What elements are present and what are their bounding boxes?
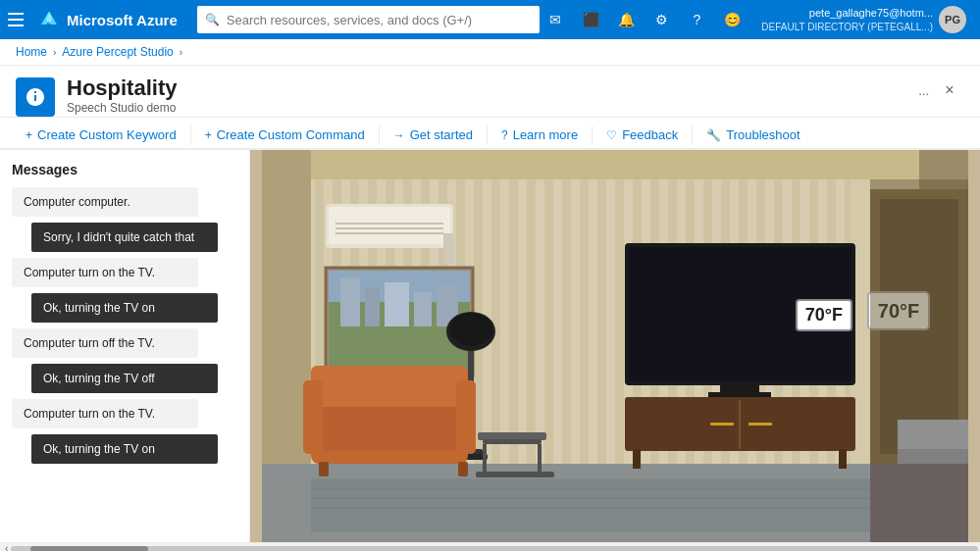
toolbar-sep-2 (379, 125, 380, 145)
toolbar-sep-4 (592, 125, 593, 145)
list-item: Ok, turning the TV on (31, 434, 218, 464)
svg-rect-44 (710, 423, 734, 426)
user-dir: DEFAULT DIRECTORY (PETEGALL...) (761, 21, 933, 33)
room-panel: 70°F (250, 150, 980, 542)
svg-rect-52 (458, 462, 468, 476)
avatar-initials: PG (945, 14, 960, 25)
notifications-icon[interactable]: 🔔 (610, 4, 642, 35)
user-info-text: pete_gallaghe75@hotm... DEFAULT DIRECTOR… (761, 6, 933, 32)
svg-rect-15 (329, 207, 450, 244)
breadcrumb-sep-1: › (53, 47, 56, 58)
breadcrumb-home[interactable]: Home (16, 45, 47, 59)
hospitality-icon (24, 85, 47, 109)
create-command-label: Create Custom Command (217, 127, 365, 142)
azure-logo-icon (39, 10, 59, 29)
list-item: Computer computer. (12, 187, 198, 217)
toolbar-sep-1 (190, 125, 191, 145)
cloud-shell-icon[interactable]: ⬛ (575, 4, 606, 35)
messages-panel: Messages Computer computer. Sorry, I did… (0, 150, 250, 542)
feedback-nav-icon[interactable]: 😊 (716, 4, 748, 35)
svg-rect-50 (456, 380, 476, 454)
svg-rect-4 (262, 150, 968, 179)
list-item: Ok, turning the TV off (31, 364, 218, 393)
scroll-thumb[interactable] (30, 546, 148, 552)
svg-rect-48 (316, 407, 463, 451)
svg-rect-41 (633, 449, 641, 469)
email-icon[interactable]: ✉ (540, 4, 571, 35)
brand-name: Microsoft Azure (67, 12, 178, 28)
search-icon: 🔍 (205, 13, 220, 26)
learn-more-button[interactable]: ? Learn more (491, 122, 588, 150)
create-keyword-label: Create Custom Keyword (37, 127, 177, 142)
svg-rect-54 (483, 439, 542, 444)
avatar: PG (939, 6, 966, 33)
feedback-label: Feedback (622, 127, 678, 142)
toolbar: + Create Custom Keyword + Create Custom … (0, 118, 980, 150)
user-profile[interactable]: pete_gallaghe75@hotm... DEFAULT DIRECTOR… (755, 2, 972, 37)
svg-rect-49 (303, 380, 323, 454)
settings-icon[interactable]: ⚙ (645, 4, 677, 35)
nav-icons: ✉ ⬛ 🔔 ⚙ ? 😊 pete_gallaghe75@hotm... DEFA… (540, 2, 972, 37)
bottom-scrollbar[interactable]: ‹ (0, 542, 980, 551)
svg-rect-42 (839, 449, 847, 469)
toolbar-sep-3 (487, 125, 488, 145)
search-bar: 🔍 (197, 6, 541, 33)
svg-rect-51 (319, 462, 329, 476)
page-title: Hospitality (67, 75, 177, 101)
scroll-left-arrow[interactable]: ‹ (2, 543, 11, 551)
get-started-button[interactable]: → Get started (384, 122, 483, 150)
page-subtitle: Speech Studio demo (67, 101, 177, 115)
svg-rect-8 (311, 478, 870, 532)
heart-icon: ♡ (606, 128, 617, 142)
svg-rect-36 (720, 385, 759, 393)
page-icon (16, 77, 55, 117)
top-nav: Microsoft Azure 🔍 ✉ ⬛ 🔔 ⚙ ? 😊 pete_galla… (0, 0, 980, 39)
brand-logo: Microsoft Azure (39, 10, 178, 29)
page-header-actions: ... × (912, 75, 964, 105)
list-item: Computer turn on the TV. (12, 399, 198, 428)
close-icon: × (945, 81, 954, 99)
svg-rect-24 (365, 287, 380, 326)
arrow-icon: → (393, 128, 405, 142)
plus-icon-keyword: + (26, 128, 32, 142)
list-item: Computer turn on the TV. (12, 258, 198, 287)
temperature-display: 70°F (796, 299, 852, 331)
plus-icon-command: + (205, 128, 212, 142)
learn-more-label: Learn more (513, 127, 578, 142)
create-command-button[interactable]: + Create Custom Command (195, 122, 375, 150)
svg-rect-53 (478, 432, 546, 440)
list-item: Ok, turning the TV on (31, 293, 218, 323)
svg-point-30 (449, 313, 492, 346)
scroll-track (11, 546, 978, 552)
svg-rect-37 (708, 392, 771, 397)
troubleshoot-button[interactable]: 🔧 Troubleshoot (696, 122, 809, 150)
get-started-label: Get started (410, 127, 473, 142)
hamburger-menu[interactable] (8, 10, 27, 29)
feedback-button[interactable]: ♡ Feedback (596, 122, 688, 150)
wrench-icon: 🔧 (706, 128, 721, 142)
main-content: Messages Computer computer. Sorry, I did… (0, 150, 980, 542)
help-icon[interactable]: ? (681, 4, 712, 35)
svg-rect-61 (870, 464, 968, 542)
breadcrumb: Home › Azure Percept Studio › (0, 39, 980, 66)
svg-rect-25 (385, 282, 409, 326)
search-input[interactable] (197, 6, 541, 33)
breadcrumb-sep-2: › (180, 47, 182, 58)
create-keyword-button[interactable]: + Create Custom Keyword (16, 122, 186, 150)
page-header-text: Hospitality Speech Studio demo (67, 75, 177, 115)
svg-rect-60 (898, 420, 968, 449)
list-item: Sorry, I didn't quite catch that (31, 223, 218, 252)
close-button[interactable]: × (935, 75, 964, 105)
svg-rect-23 (340, 277, 360, 326)
svg-rect-26 (414, 292, 432, 326)
svg-rect-19 (443, 233, 453, 263)
more-options-icon[interactable]: ... (912, 79, 935, 102)
breadcrumb-studio[interactable]: Azure Percept Studio (62, 45, 173, 59)
page-header: Hospitality Speech Studio demo ... × (0, 66, 980, 118)
room-scene-svg: 70°F (250, 150, 980, 542)
toolbar-sep-5 (692, 125, 693, 145)
temperature-value: 70°F (805, 305, 843, 325)
user-name: pete_gallaghe75@hotm... (761, 6, 933, 20)
question-icon: ? (501, 128, 508, 142)
svg-rect-57 (476, 472, 554, 477)
